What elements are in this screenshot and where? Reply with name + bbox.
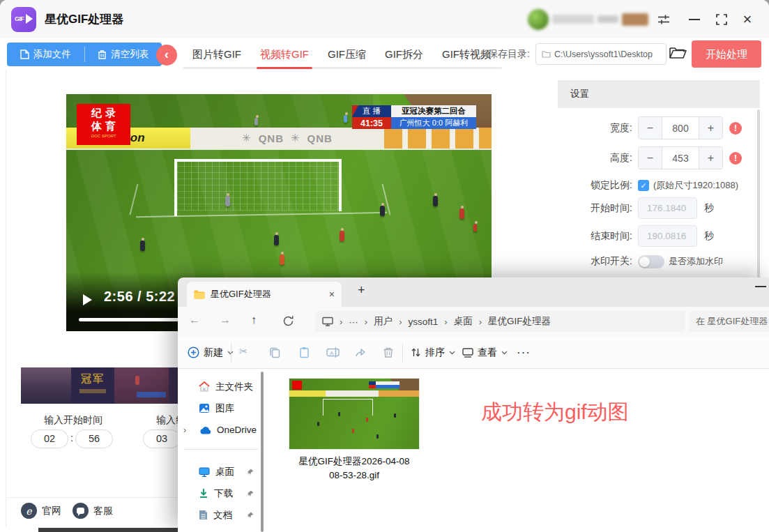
forward-button[interactable]: → — [220, 314, 231, 326]
up-button[interactable]: ↑ — [251, 314, 257, 326]
breadcrumb-desktop[interactable]: 桌面 — [454, 315, 473, 328]
sidebar-item-documents[interactable]: 文档 — [178, 504, 264, 526]
close-button[interactable]: × — [738, 10, 757, 29]
app-logo-text: GIF — [15, 15, 24, 22]
gif-file-item[interactable]: 星优GIF处理器2026-04-08 08-53-28.gif — [289, 379, 419, 482]
width-minus-button[interactable]: − — [639, 117, 662, 139]
maximize-button[interactable] — [712, 10, 731, 29]
cut-icon[interactable]: ✂ — [239, 345, 248, 358]
player-figure — [380, 206, 385, 216]
mini-scoreboard — [137, 392, 166, 397]
breadcrumb: › ··· › 用户 › yssoft1 › 桌面 › 星优GIF处理器 — [315, 311, 685, 332]
watermark-label: 水印开关: — [558, 255, 632, 268]
player-figure — [280, 254, 284, 265]
home-icon — [199, 381, 210, 392]
pin-icon — [247, 512, 254, 519]
match-score: 广州恒大 0:0 阿赫利 — [391, 117, 476, 129]
end-minutes-input[interactable]: 03 — [143, 430, 181, 448]
filmstrip-frame[interactable] — [21, 367, 71, 404]
start-processing-button[interactable]: 开始处理 — [692, 40, 761, 68]
more-options-button[interactable]: ··· — [517, 336, 531, 369]
blurred-badge — [622, 13, 648, 26]
end-time-input[interactable]: 190.0816 — [638, 225, 697, 247]
sidebar-item-onedrive[interactable]: › OneDrive — [178, 419, 264, 441]
height-minus-button[interactable]: − — [639, 147, 662, 169]
play-button[interactable] — [83, 294, 92, 305]
chevron-icon: › — [365, 317, 367, 327]
explorer-tab[interactable]: 星优GIF处理器 × — [187, 282, 342, 307]
browser-icon: e — [21, 503, 37, 519]
watermark-note: 是否添加水印 — [669, 255, 723, 268]
app-title: 星优GIF处理器 — [45, 0, 123, 38]
height-plus-button[interactable]: + — [699, 147, 722, 169]
paste-icon[interactable] — [298, 347, 310, 358]
original-size-note: (原始尺寸1920:1088) — [653, 179, 738, 192]
player-figure — [254, 118, 258, 126]
tab-gif-compress[interactable]: GIF压缩 — [328, 38, 366, 70]
sidebar-item-home[interactable]: 主文件夹 — [178, 376, 264, 397]
start-minutes-input[interactable]: 02 — [31, 430, 68, 448]
filmstrip-frame[interactable]: 冠军 — [71, 367, 114, 404]
save-dir-input[interactable]: C:\Users\yssoft1\Desktop — [535, 43, 667, 65]
explorer-body: 主文件夹 图库 › OneDrive 桌面 — [178, 369, 769, 532]
tab-image-to-gif[interactable]: 图片转GIF — [192, 38, 241, 70]
browse-folder-icon[interactable] — [669, 45, 687, 61]
downloads-icon — [199, 488, 208, 499]
start-time-input[interactable]: 176.1840 — [638, 197, 697, 219]
app-logo-icon: GIF — [11, 7, 36, 32]
desktop-icon — [199, 467, 210, 477]
add-file-button[interactable]: 添加文件 — [7, 43, 84, 66]
breadcrumb-ellipsis[interactable]: ··· — [349, 317, 358, 327]
sidebar-item-desktop[interactable]: 桌面 — [178, 461, 264, 482]
rename-icon[interactable]: A — [326, 347, 340, 358]
explorer-search-input[interactable]: 在 星优GIF处理器 — [689, 311, 769, 332]
view-button[interactable]: 查看 — [462, 336, 508, 369]
adjustments-icon[interactable] — [654, 10, 673, 29]
delete-icon[interactable] — [383, 347, 394, 358]
explorer-toolbar: 新建 ✂ A 排序 — [178, 336, 769, 369]
tab-video-to-gif[interactable]: 视频转GIF — [260, 38, 309, 70]
tab-close-icon[interactable]: × — [329, 289, 335, 300]
lock-ratio-checkbox[interactable]: ✓ — [638, 180, 649, 191]
clear-list-button[interactable]: 清空列表 — [85, 43, 162, 66]
new-tab-button[interactable]: + — [358, 283, 365, 298]
sort-button[interactable]: 排序 — [411, 336, 455, 369]
tab-gif-to-video[interactable]: GIF转视频 — [442, 38, 491, 70]
chevron-left-icon: ‹ — [165, 47, 169, 61]
customer-support-link[interactable]: 客服 — [73, 503, 113, 519]
watermark-toggle[interactable] — [638, 255, 664, 268]
height-value[interactable]: 453 — [662, 147, 699, 169]
explorer-minimize-button[interactable] — [755, 286, 766, 287]
clear-list-label: 清空列表 — [111, 48, 149, 61]
settings-scrollbar[interactable] — [757, 109, 760, 284]
copy-icon[interactable] — [269, 347, 281, 358]
breadcrumb-yssoft1[interactable]: yssoft1 — [409, 317, 439, 327]
filmstrip-frame[interactable] — [114, 367, 169, 404]
board-edge — [66, 149, 492, 150]
start-seconds-input[interactable]: 56 — [75, 430, 113, 448]
back-button[interactable]: ← — [189, 314, 200, 326]
explorer-content: 星优GIF处理器2026-04-08 08-53-28.gif 成功转为gif动… — [264, 369, 769, 532]
annotation-text: 成功转为gif动图 — [481, 398, 629, 427]
breadcrumb-users[interactable]: 用户 — [374, 315, 393, 328]
user-account[interactable] — [528, 8, 653, 30]
expand-chevron-icon[interactable]: › — [183, 425, 186, 435]
width-value[interactable]: 800 — [662, 117, 699, 139]
breadcrumb-current-folder[interactable]: 星优GIF处理器 — [488, 315, 551, 328]
time-colon: : — [70, 432, 73, 443]
refresh-button[interactable] — [282, 315, 294, 327]
share-icon[interactable] — [355, 347, 367, 358]
match-clock: 41:35 — [352, 117, 391, 129]
minimize-button[interactable] — [685, 10, 704, 29]
this-pc-icon[interactable] — [322, 317, 333, 326]
sidebar-item-downloads[interactable]: 下载 — [178, 482, 264, 504]
collapse-left-button[interactable]: ‹ — [156, 45, 177, 66]
width-plus-button[interactable]: + — [699, 117, 722, 139]
new-button[interactable]: 新建 — [188, 336, 234, 369]
sidebar-item-gallery[interactable]: 图库 — [178, 397, 264, 419]
tab-gif-split[interactable]: GIF拆分 — [385, 38, 423, 70]
height-warning-icon: ! — [729, 152, 742, 165]
view-icon — [462, 348, 473, 358]
official-site-link[interactable]: e 官网 — [21, 503, 61, 519]
toolbar: 添加文件 清空列表 ‹ 图片转GIF 视频转GIF GIF压缩 GIF拆分 GI… — [0, 38, 769, 70]
